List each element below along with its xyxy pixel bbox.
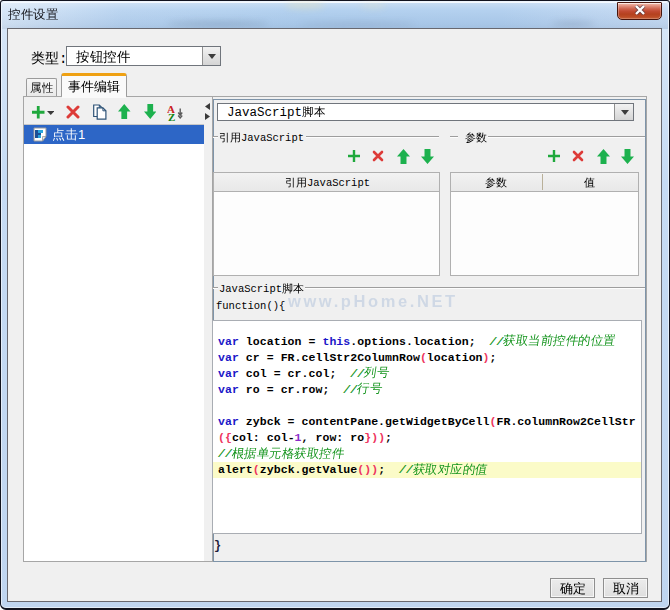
- svg-text:Z: Z: [168, 111, 175, 121]
